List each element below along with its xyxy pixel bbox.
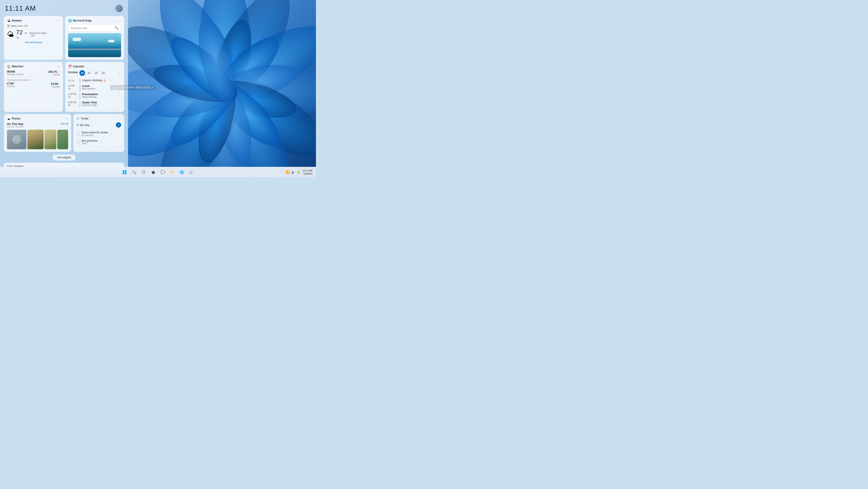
logo-sq-2 xyxy=(125,170,126,172)
calendar-days-row: October 20 21 22 23 ⌄ xyxy=(68,70,121,76)
stock-row-2: CTSP Contoso 23.98 ℹ +2.23% xyxy=(7,82,60,88)
calendar-chevron-icon[interactable]: ⌄ xyxy=(119,71,121,75)
watermark-text: 怎么永久删除Win7界面仿真器1.0 xyxy=(110,85,155,90)
event-title-lunch: Lunch xyxy=(82,85,95,88)
todo-item-2: Buy groceries Tasks ☆ xyxy=(76,138,121,146)
photos-icon: ☁ xyxy=(7,117,10,120)
event-bar-presentation xyxy=(80,93,80,99)
taskbar-time: 11:11 AM xyxy=(303,169,312,172)
logo-sq-3 xyxy=(123,172,124,174)
event-details-lunch: Lunch Alex Johnson xyxy=(82,85,95,90)
stock1-verified-icon: ✓ xyxy=(58,70,60,74)
calendar-day-21[interactable]: 21 xyxy=(86,70,92,76)
calendar-header: 📅 Calendar ··· xyxy=(68,64,121,68)
widgets-row-1: 🌤 Weather ··· 🏠 Valley Park, CA 🌤 72 °F°… xyxy=(4,16,124,60)
user-avatar[interactable] xyxy=(115,4,123,12)
calendar-day-20[interactable]: 20 xyxy=(80,70,85,76)
chat-button[interactable]: 💬 xyxy=(159,168,167,176)
event-time-studio: 6:00 PM 3h xyxy=(68,101,78,107)
stock1-change: -1.67% xyxy=(48,74,60,76)
todo-icon: ✔ xyxy=(76,117,80,120)
file-explorer-button[interactable]: 📁 xyxy=(168,168,176,176)
allday-label: All day xyxy=(68,79,78,82)
edge-search-icon: 🔍 xyxy=(114,26,119,30)
todo-header: ✔ To Do ··· xyxy=(76,117,121,121)
event-dots-presentation[interactable]: ⋮ xyxy=(118,93,121,95)
edge-more-button[interactable]: ··· xyxy=(118,19,121,23)
calendar-day-22[interactable]: 22 xyxy=(93,70,99,76)
edge-search-input[interactable] xyxy=(70,27,113,29)
photo-thumb-3[interactable] xyxy=(44,130,56,149)
windows-logo xyxy=(123,170,126,174)
photos-see-all-link[interactable]: See all xyxy=(61,122,68,125)
todo-sun-icon: ☀ xyxy=(76,123,79,127)
todo-star-1[interactable]: ☆ xyxy=(110,132,113,136)
watchlist-header: 🏠 Watchlist ··· xyxy=(7,64,60,68)
photo-thumb-1[interactable] xyxy=(7,130,27,149)
edge-taskbar-button[interactable]: 🌐 xyxy=(178,168,186,176)
weather-forecast-link[interactable]: See full forecast xyxy=(7,41,60,44)
photos-onthisday-row: On This Day Oct 20 · 33 items See all xyxy=(7,122,68,128)
edge-search-bar[interactable]: 🔍 xyxy=(68,24,121,31)
weather-title-row: 🌤 Weather xyxy=(7,19,22,22)
stock2-change: +2.23% xyxy=(51,85,60,88)
event-time-presentation: 1:30 PM 1h xyxy=(68,93,78,98)
todo-task2-subtitle: Tasks xyxy=(82,142,97,145)
taskbar-clock[interactable]: 11:11 AM 10/20/21 xyxy=(303,169,312,175)
watchlist-widget: 🏠 Watchlist ··· WGRB Woodgrove Bank 435.… xyxy=(4,62,63,112)
todo-checkbox-2[interactable] xyxy=(76,140,80,144)
taskbar-right: 📶 🔊 🔋 11:11 AM 10/20/21 xyxy=(286,169,312,175)
search-button[interactable]: 🔍 xyxy=(130,168,138,176)
event-time-lunch: 12 PM 1h xyxy=(68,85,78,90)
start-button[interactable] xyxy=(121,168,128,176)
stock2-values: 23.98 ℹ +2.23% xyxy=(51,82,60,88)
event-bar-studio xyxy=(80,102,80,108)
weather-main: 🌤 72 °F°C Strong UV today ↓ 0% xyxy=(7,29,60,40)
calendar-month: October xyxy=(68,71,78,74)
calendar-icon: 📅 xyxy=(68,65,72,68)
taskbar-tray-expand[interactable]: ^ xyxy=(3,171,5,174)
stock2-company: Contoso xyxy=(7,85,15,88)
photos-widget: ☁ Photos ··· On This Day Oct 20 · 33 ite… xyxy=(4,114,71,152)
todo-checkbox-1[interactable] xyxy=(76,132,80,136)
task-view-button[interactable]: ⬡ xyxy=(140,168,148,176)
photos-title: Photos xyxy=(12,117,21,120)
photos-title-row: ☁ Photos xyxy=(7,117,21,120)
wifi-icon: 📶 xyxy=(286,171,289,174)
store-button[interactable]: 🛒 xyxy=(187,168,195,176)
event-details-presentation: Presentation Skype Meeting xyxy=(82,93,98,98)
calendar-day-23[interactable]: 23 xyxy=(100,70,106,76)
calendar-event-studio: 6:00 PM 3h Studio Time Conf Rm 32/35 xyxy=(68,101,121,108)
photo-thumb-4[interactable] xyxy=(57,130,68,149)
edge-expand-icon[interactable]: ⤢ xyxy=(118,34,120,37)
widgets-header: 11:11 AM xyxy=(4,4,124,12)
photo-thumb-2[interactable] xyxy=(27,130,43,149)
todo-add-button[interactable]: + xyxy=(116,122,121,127)
todo-myday-label: My Day xyxy=(80,123,89,127)
bloom-decoration xyxy=(127,0,316,177)
todo-star-2[interactable]: ☆ xyxy=(99,140,102,144)
weather-temp-display: 72 °F°C xyxy=(16,29,27,40)
avatar-image xyxy=(116,5,123,12)
birthday-event: Angela's Birthday 🎂 xyxy=(82,79,106,82)
stock1-ticker: WGRB xyxy=(7,70,24,73)
logo-sq-1 xyxy=(123,170,124,172)
calendar-allday-event: All day Angela's Birthday 🎂 xyxy=(68,78,121,83)
taskbar-left: ^ xyxy=(3,171,5,174)
event-title-studio: Studio Time xyxy=(82,101,97,104)
stock1-price: 435.75 xyxy=(48,70,57,74)
photos-more-button[interactable]: ··· xyxy=(65,117,68,121)
todo-widget: ✔ To Do ··· ☀ My Day ⌄ + Send invites fo… xyxy=(73,114,124,152)
add-widgets-button[interactable]: Add widgets xyxy=(53,154,75,161)
calendar-more-button[interactable]: ··· xyxy=(118,64,121,68)
todo-more-button[interactable]: ··· xyxy=(118,117,121,121)
stock2-info-icon: ℹ xyxy=(59,82,60,85)
add-widgets-section: Add widgets xyxy=(4,154,124,161)
todo-item-1: Send invites for review Q4 planning ☆ xyxy=(76,130,121,138)
watchlist-more-button[interactable]: ··· xyxy=(57,64,60,68)
logo-sq-4 xyxy=(125,172,126,174)
widgets-row-3: ☁ Photos ··· On This Day Oct 20 · 33 ite… xyxy=(4,114,124,152)
cloud-1 xyxy=(72,37,81,41)
weather-more-button[interactable]: ··· xyxy=(57,19,60,23)
widgets-button[interactable]: ▦ xyxy=(149,168,157,176)
